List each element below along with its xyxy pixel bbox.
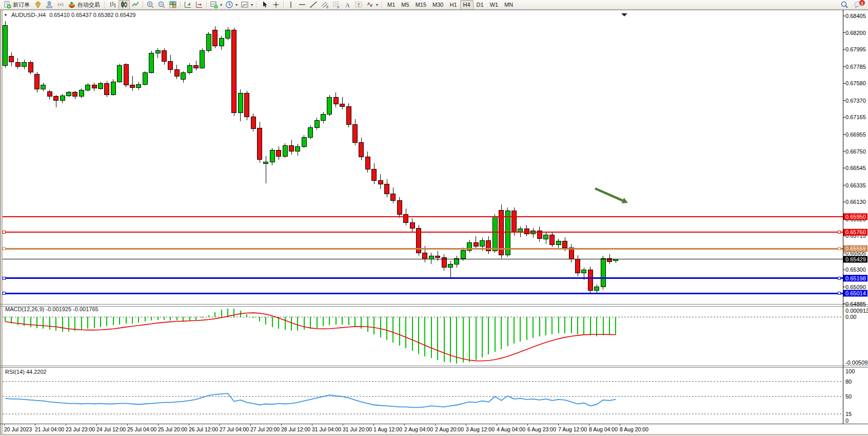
candle-chart-icon: [120, 1, 128, 9]
toolbar-separator: [283, 1, 284, 8]
svg-text:27 Jul 20:00: 27 Jul 20:00: [250, 426, 280, 432]
channel-button[interactable]: E: [319, 0, 330, 10]
tf-m15-button-label: M15: [414, 2, 428, 8]
periods-button[interactable]: ▾: [224, 0, 239, 10]
tf-w1-button[interactable]: W1: [487, 0, 502, 10]
svg-text:0.64885: 0.64885: [845, 301, 866, 307]
toolbar-separator: [206, 1, 207, 8]
signal-icon: [56, 1, 65, 9]
text-icon: A: [343, 1, 351, 9]
macd-indicator-label: MACD(12,26,9) -0.001925 -0.001765: [5, 306, 98, 312]
svg-text:8 Aug 04:00: 8 Aug 04:00: [589, 426, 618, 432]
autoscroll-icon: [184, 1, 192, 9]
tf-h1-button[interactable]: H1: [446, 0, 460, 10]
tf-m30-button-label: M30: [431, 2, 445, 8]
cursor-button[interactable]: [259, 0, 270, 10]
svg-text:0.65760: 0.65760: [845, 229, 866, 235]
svg-text:0.67995: 0.67995: [845, 46, 866, 52]
search-button[interactable]: [839, 0, 850, 10]
toolbar-grip: [255, 1, 258, 8]
crosshair-button[interactable]: [270, 0, 282, 10]
candle-chart-button[interactable]: [119, 0, 130, 10]
svg-text:0.66545: 0.66545: [845, 165, 866, 171]
svg-text:0.68405: 0.68405: [845, 13, 866, 19]
tf-m5-button[interactable]: M5: [398, 0, 412, 10]
rsi-indicator-label: RSI(14) 44.2202: [5, 369, 47, 375]
templates-button[interactable]: ▾: [239, 0, 254, 10]
svg-text:T: T: [358, 3, 361, 8]
svg-text:1 Aug 12:00: 1 Aug 12:00: [373, 426, 402, 432]
terminal-window: 新订单自动交易▾▾▾EFAT▾M1M5M15M30H1H4D1W1MN1 0.6…: [0, 0, 868, 436]
arrows-icon: [366, 1, 374, 9]
svg-text:0.00: 0.00: [845, 314, 856, 320]
svg-text:0.66955: 0.66955: [845, 131, 866, 138]
svg-text:0.65559: 0.65559: [845, 245, 866, 252]
chart-shift-button[interactable]: [193, 0, 205, 10]
svg-text:0.67785: 0.67785: [845, 64, 866, 70]
line-handle: [3, 231, 6, 234]
svg-text:50: 50: [845, 393, 852, 400]
tf-mn-button[interactable]: MN: [501, 0, 516, 10]
toolbar-separator: [180, 1, 181, 8]
autotrade-button[interactable]: 自动交易: [66, 0, 103, 10]
tf-h4-button-label: H4: [462, 2, 472, 8]
line-chart-button[interactable]: [130, 0, 141, 10]
data-window-button[interactable]: [44, 0, 55, 10]
svg-text:0.66335: 0.66335: [845, 182, 866, 188]
vertical-line-icon: [287, 1, 295, 9]
svg-text:0.67165: 0.67165: [845, 114, 866, 120]
crystal-icon: [34, 1, 42, 9]
line-handle: [838, 292, 841, 295]
cursor-icon: [261, 1, 269, 9]
chart-canvas[interactable]: 0.684050.682000.679950.677850.675800.673…: [0, 10, 868, 436]
autotrade-button-label: 自动交易: [77, 1, 101, 9]
zoom-in-button[interactable]: [145, 0, 156, 10]
signals-button[interactable]: [55, 0, 66, 10]
tf-m1-button[interactable]: M1: [384, 0, 398, 10]
autoscroll-button[interactable]: [182, 0, 193, 10]
bar-chart-button[interactable]: [107, 0, 119, 10]
trendline-button[interactable]: [308, 0, 319, 10]
new-order-button[interactable]: 新订单: [2, 0, 32, 10]
line-handle: [3, 248, 6, 250]
tf-d1-button-label: D1: [475, 2, 485, 8]
new-chart-button[interactable]: ▾: [208, 0, 224, 10]
search-icon: [840, 1, 849, 9]
fibonacci-button[interactable]: F: [330, 0, 342, 10]
svg-text:80: 80: [845, 378, 852, 385]
svg-text:23 Jul 23:00: 23 Jul 23:00: [66, 426, 95, 432]
svg-text:3 Aug 12:00: 3 Aug 12:00: [466, 426, 495, 432]
autotrade-icon: [68, 1, 76, 9]
svg-text:0.65300: 0.65300: [845, 267, 866, 273]
svg-text:28 Jul 12:00: 28 Jul 12:00: [281, 426, 310, 432]
line-handle: [3, 277, 6, 279]
svg-text:0.67370: 0.67370: [845, 98, 866, 104]
svg-text:E: E: [326, 5, 329, 9]
tf-h1-button-label: H1: [448, 2, 458, 8]
chevron-down-icon: ▾: [220, 3, 222, 7]
chart-symbol-period: AUDUSD-,H4: [11, 12, 46, 18]
tf-m30-button[interactable]: M30: [429, 0, 446, 10]
svg-text:21 Jul 04:00: 21 Jul 04:00: [35, 426, 64, 432]
text-button[interactable]: A: [342, 0, 353, 10]
svg-text:2 Aug 20:00: 2 Aug 20:00: [435, 426, 464, 432]
toolbar-grip: [380, 1, 383, 8]
tf-w1-button-label: W1: [488, 2, 500, 8]
tf-h4-button[interactable]: H4: [460, 0, 474, 10]
tf-d1-button[interactable]: D1: [474, 0, 487, 10]
horizontal-line-button[interactable]: [297, 0, 308, 10]
arrows-button[interactable]: ▾: [364, 0, 380, 10]
tile-windows-button[interactable]: [167, 0, 179, 10]
chart-collapse-icon[interactable]: ▼: [4, 13, 8, 17]
svg-text:0.66130: 0.66130: [845, 199, 866, 205]
horizontal-line-icon: [298, 1, 306, 9]
svg-text:4 Aug 04:00: 4 Aug 04:00: [497, 426, 525, 432]
market-watch-button[interactable]: [32, 0, 44, 10]
svg-text:26 Jul 12:00: 26 Jul 12:00: [189, 426, 218, 432]
label-button[interactable]: T: [353, 0, 364, 10]
vertical-line-button[interactable]: [285, 0, 297, 10]
notifications-button[interactable]: 1: [852, 0, 863, 10]
line-handle: [3, 292, 6, 295]
tf-m15-button[interactable]: M15: [412, 0, 429, 10]
zoom-out-button[interactable]: [156, 0, 167, 10]
